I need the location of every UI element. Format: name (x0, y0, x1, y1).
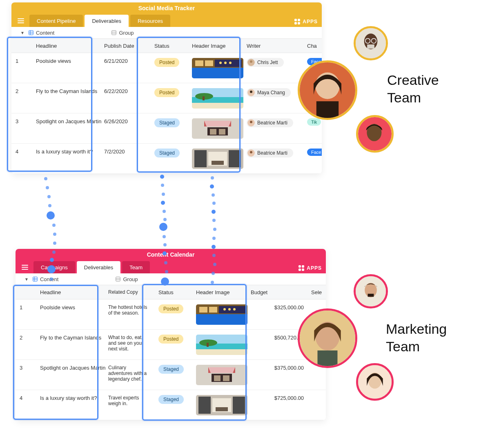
writer-chip[interactable]: Chris Jett (247, 58, 284, 67)
highlight-status-image-top (137, 37, 241, 173)
svg-point-23 (250, 91, 252, 93)
svg-rect-80 (318, 350, 338, 366)
svg-point-30 (250, 121, 252, 123)
subnav-group[interactable]: Group (111, 30, 134, 36)
col-select[interactable]: Sele (311, 289, 326, 295)
highlight-headline-bottom (13, 285, 98, 420)
col-channel[interactable]: Cha (307, 43, 322, 49)
tab-team[interactable]: Team (122, 261, 150, 273)
col-budget[interactable]: Budget (251, 289, 311, 295)
tab-resources[interactable]: Resources (130, 15, 170, 27)
apps-button[interactable]: APPS (298, 265, 322, 271)
avatar-creative-3 (356, 115, 394, 153)
writer-chip[interactable]: Maya Chang (247, 88, 291, 97)
highlight-status-image-bottom (142, 284, 247, 421)
tab-deliverables[interactable]: Deliverables (77, 261, 121, 273)
subnav-content[interactable]: ▼ Content (20, 30, 54, 36)
tracker-title: Social Media Tracker (11, 2, 322, 14)
tab-deliverables[interactable]: Deliverables (85, 15, 129, 27)
avatar-marketing-2 (354, 274, 388, 308)
svg-rect-38 (33, 277, 38, 282)
group-icon (111, 30, 116, 35)
chevron-down-icon: ▼ (24, 277, 29, 282)
hamburger-icon[interactable] (15, 15, 27, 27)
tracker-header: Social Media Tracker Content Pipeline De… (11, 2, 322, 27)
creative-team-label: CreativeTeam (387, 71, 439, 106)
group-icon (116, 277, 120, 282)
svg-rect-42 (116, 277, 120, 282)
highlight-headline-top (7, 37, 92, 172)
calendar-header: Content Calendar Campaigns Deliverables … (16, 249, 326, 273)
avatar-icon (247, 59, 255, 66)
svg-rect-4 (112, 31, 116, 35)
svg-point-16 (250, 60, 252, 63)
avatar-icon (247, 89, 255, 96)
channel-badge: Face (307, 149, 322, 156)
avatar-creative-main (298, 60, 357, 120)
col-writer[interactable]: Writer (247, 43, 307, 49)
grid-icon (29, 30, 33, 35)
calendar-title: Content Calendar (16, 249, 326, 260)
subnav-group[interactable]: Group (116, 276, 138, 282)
avatar-icon (247, 149, 255, 157)
chevron-down-icon: ▼ (20, 31, 24, 35)
svg-rect-75 (367, 44, 374, 49)
svg-rect-0 (29, 31, 33, 35)
grid-icon (33, 277, 38, 282)
channel-badge: Tik (307, 118, 321, 126)
svg-rect-83 (368, 294, 374, 297)
avatar-icon (247, 119, 255, 126)
svg-rect-70 (316, 101, 339, 118)
apps-icon (294, 19, 300, 24)
avatar-creative-2 (354, 26, 388, 60)
writer-chip[interactable]: Beatrice Marti (247, 149, 293, 157)
tab-content-pipeline[interactable]: Content Pipeline (29, 15, 83, 27)
avatar-marketing-3 (356, 363, 394, 401)
subnav-content[interactable]: ▼ Content (24, 276, 58, 282)
apps-icon (298, 265, 304, 271)
subnav: ▼ Content Group (16, 273, 326, 285)
writer-chip[interactable]: Beatrice Marti (247, 118, 293, 127)
svg-point-37 (250, 151, 252, 153)
avatar-marketing-main (298, 308, 357, 368)
hamburger-icon[interactable] (19, 261, 31, 273)
marketing-team-label: MarketingTeam (386, 320, 447, 355)
apps-button[interactable]: APPS (294, 19, 318, 24)
